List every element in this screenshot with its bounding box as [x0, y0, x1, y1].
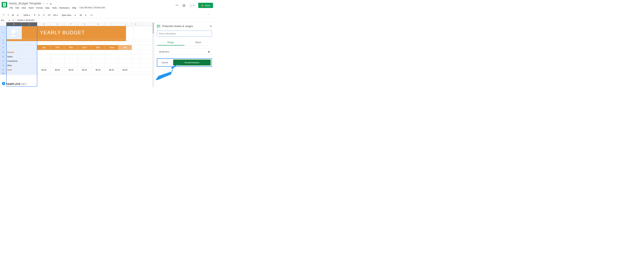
cell[interactable]	[37, 39, 126, 41]
month-apr[interactable]: April	[78, 45, 91, 50]
move-icon[interactable]: ▭	[46, 2, 48, 5]
total-jul[interactable]: $0.00	[118, 68, 132, 72]
row-header-2[interactable]: 2	[0, 39, 6, 41]
description-input[interactable]	[157, 30, 212, 36]
column-header-j[interactable]: J	[118, 22, 132, 26]
investments-label[interactable]: Investments	[6, 59, 22, 63]
cell[interactable]	[118, 63, 132, 67]
cell[interactable]	[105, 50, 118, 54]
row-header-8[interactable]: 8	[0, 63, 6, 67]
column-header-k[interactable]: K	[132, 22, 140, 26]
document-title[interactable]: Yearly_Budget Template	[8, 2, 41, 5]
cell[interactable]	[78, 63, 91, 67]
cell[interactable]	[64, 59, 78, 63]
select-all-corner[interactable]	[0, 22, 6, 26]
cell[interactable]	[51, 59, 64, 63]
column-header-e[interactable]: E	[51, 22, 64, 26]
cell[interactable]	[132, 72, 140, 75]
undo-button[interactable]: ↶	[2, 13, 6, 17]
cell[interactable]	[126, 39, 134, 41]
range-input[interactable]: Sheet1!B:C ▦	[157, 49, 212, 55]
cell[interactable]	[22, 39, 37, 41]
cell[interactable]	[22, 59, 37, 63]
cell[interactable]	[37, 54, 51, 59]
increase-decimal-button[interactable]: .00	[46, 13, 52, 17]
cell[interactable]	[126, 26, 134, 39]
cell[interactable]	[22, 68, 37, 72]
tab-sheet[interactable]: Sheet	[184, 40, 212, 45]
menu-help[interactable]: Help	[71, 6, 77, 9]
cell[interactable]	[118, 41, 132, 45]
row-header-5[interactable]: 5	[0, 50, 6, 54]
cell[interactable]	[118, 50, 132, 54]
cell[interactable]	[51, 41, 64, 45]
cell[interactable]	[6, 72, 22, 75]
cell[interactable]	[51, 72, 64, 75]
percent-button[interactable]: %	[37, 13, 41, 17]
cell[interactable]	[132, 45, 140, 50]
month-jan[interactable]: Jan	[37, 45, 51, 50]
cell[interactable]	[6, 45, 22, 50]
set-permissions-button[interactable]: Set permissions	[173, 59, 211, 65]
column-header-g[interactable]: G	[78, 22, 91, 26]
comments-icon[interactable]: ▤	[182, 3, 186, 8]
salary-label[interactable]: Salary	[6, 54, 22, 59]
cell[interactable]	[64, 41, 78, 45]
cell[interactable]	[78, 54, 91, 59]
total-jan[interactable]: $0.00	[37, 68, 51, 72]
month-jul[interactable]: July	[118, 45, 132, 50]
last-edit-link[interactable]: Last edit was 2 minutes ago	[80, 6, 105, 9]
cell[interactable]	[37, 59, 51, 63]
font-size-dropdown[interactable]: 30▾	[79, 13, 87, 17]
cell[interactable]	[64, 72, 78, 75]
menu-tools[interactable]: Tools	[51, 6, 58, 9]
menu-insert[interactable]: Insert	[27, 6, 35, 9]
banner-icon-cell[interactable]: $	[6, 26, 22, 39]
cell[interactable]	[91, 41, 105, 45]
redo-button[interactable]: ↷	[6, 13, 10, 17]
total-jun[interactable]: $0.00	[105, 68, 118, 72]
menu-data[interactable]: Data	[44, 6, 51, 9]
collapse-toolbar-button[interactable]: ⌃	[206, 13, 210, 17]
row-header-10[interactable]: 10	[0, 72, 6, 75]
cell[interactable]	[132, 54, 140, 59]
zoom-dropdown[interactable]: 100%▾	[22, 13, 31, 17]
cell[interactable]	[22, 26, 37, 39]
share-button[interactable]: 🔒 Share	[198, 3, 213, 8]
currency-button[interactable]: $	[33, 13, 36, 17]
month-feb[interactable]: Feb	[51, 45, 64, 50]
close-icon[interactable]: ✕	[210, 24, 212, 28]
cell[interactable]	[105, 54, 118, 59]
other-label[interactable]: Other	[6, 63, 22, 67]
cell[interactable]	[78, 59, 91, 63]
cell[interactable]	[105, 72, 118, 75]
cell[interactable]	[132, 59, 140, 63]
total-mar[interactable]: $0.00	[64, 68, 78, 72]
cell[interactable]	[22, 41, 37, 45]
cell[interactable]	[105, 41, 118, 45]
total-apr[interactable]: $0.00	[78, 68, 91, 72]
cell[interactable]	[78, 72, 91, 75]
sheets-logo[interactable]	[2, 2, 7, 7]
cell[interactable]	[64, 63, 78, 67]
cell[interactable]	[37, 50, 51, 54]
menu-extensions[interactable]: Extensions	[58, 6, 70, 9]
row-header-3[interactable]: 3	[0, 41, 6, 45]
column-header-c[interactable]: C	[22, 22, 37, 26]
month-mar[interactable]: Mar	[64, 45, 78, 50]
cell[interactable]	[37, 63, 51, 67]
column-header-i[interactable]: I	[105, 22, 118, 26]
cell[interactable]	[37, 41, 51, 45]
row-header-4[interactable]: 4	[0, 45, 6, 50]
more-tools-button[interactable]: •••	[89, 13, 94, 17]
cell[interactable]	[91, 59, 105, 63]
name-box[interactable]: B:C▾	[0, 18, 11, 22]
spreadsheet-grid[interactable]: B C D E F G H I J K 1 $ YEARLY BUDGET 2	[0, 22, 152, 87]
print-button[interactable]: 🖶	[11, 13, 15, 17]
cell[interactable]	[6, 41, 22, 45]
paint-format-button[interactable]: 🖌	[16, 13, 20, 17]
menu-file[interactable]: File	[8, 6, 14, 9]
star-icon[interactable]: ☆	[43, 2, 45, 5]
format-dropdown[interactable]: 123▾	[52, 13, 58, 17]
cell[interactable]	[105, 63, 118, 67]
